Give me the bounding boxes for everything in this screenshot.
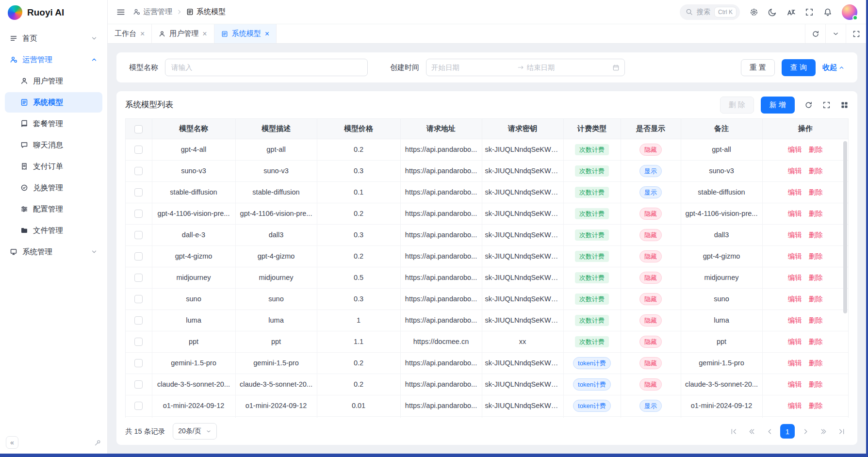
close-icon[interactable]: × bbox=[265, 30, 269, 38]
edit-link[interactable]: 编辑 bbox=[788, 380, 802, 388]
sidebar-item-exchange-mgmt[interactable]: 兑换管理 bbox=[5, 178, 102, 198]
filter-panel: 模型名称 创建时间 重 置 查 询 收起 bbox=[116, 52, 857, 82]
delete-link[interactable]: 删除 bbox=[809, 167, 823, 175]
close-icon[interactable]: × bbox=[140, 30, 145, 38]
close-icon[interactable]: × bbox=[202, 30, 207, 38]
delete-link[interactable]: 删除 bbox=[809, 252, 823, 260]
edit-link[interactable]: 编辑 bbox=[788, 359, 802, 367]
prev-page-button[interactable] bbox=[762, 424, 777, 439]
breadcrumb-item-operations[interactable]: 运营管理 bbox=[133, 7, 172, 16]
query-button[interactable]: 查 询 bbox=[782, 59, 816, 76]
language-translate-icon[interactable] bbox=[786, 8, 795, 16]
edit-link[interactable]: 编辑 bbox=[788, 167, 802, 175]
delete-link[interactable]: 删除 bbox=[809, 359, 823, 367]
tab-system-model[interactable]: 系统模型 × bbox=[214, 24, 277, 43]
user-avatar[interactable] bbox=[842, 4, 857, 20]
home-icon bbox=[10, 34, 17, 42]
refresh-icon[interactable] bbox=[805, 24, 825, 43]
edit-link[interactable]: 编辑 bbox=[788, 316, 802, 324]
calendar-icon[interactable] bbox=[612, 64, 620, 71]
delete-link[interactable]: 删除 bbox=[809, 338, 823, 345]
row-checkbox[interactable] bbox=[134, 295, 143, 303]
delete-link[interactable]: 删除 bbox=[809, 274, 823, 281]
current-page-button[interactable]: 1 bbox=[780, 424, 795, 439]
collapse-filter-link[interactable]: 收起 bbox=[822, 63, 845, 72]
add-button[interactable]: 新 增 bbox=[761, 97, 795, 114]
edit-link[interactable]: 编辑 bbox=[788, 252, 802, 260]
sidebar-item-operations[interactable]: 运营管理 bbox=[5, 49, 102, 70]
sidebar-item-user-mgmt[interactable]: 用户管理 bbox=[5, 71, 102, 91]
row-checkbox[interactable] bbox=[134, 210, 143, 218]
sidebar-item-system-mgmt[interactable]: 系统管理 bbox=[5, 242, 102, 262]
edit-link[interactable]: 编辑 bbox=[788, 338, 802, 345]
edit-link[interactable]: 编辑 bbox=[788, 274, 802, 281]
last-page-button[interactable] bbox=[834, 424, 849, 439]
chevron-down-icon[interactable] bbox=[825, 24, 846, 43]
tab-user-mgmt[interactable]: 用户管理 × bbox=[152, 24, 214, 43]
page-size-select[interactable]: 20条/页 bbox=[173, 423, 216, 440]
delete-link[interactable]: 删除 bbox=[809, 210, 823, 217]
maximize-icon[interactable] bbox=[846, 24, 866, 43]
row-checkbox[interactable] bbox=[134, 338, 143, 346]
pin-icon[interactable] bbox=[94, 439, 101, 446]
table-row: o1-mini-2024-09-12 o1-mini-2024-09-12 0.… bbox=[126, 395, 848, 416]
delete-link[interactable]: 删除 bbox=[809, 231, 823, 239]
jump-back-button[interactable] bbox=[744, 424, 759, 439]
model-name-input[interactable] bbox=[165, 59, 368, 76]
edit-link[interactable]: 编辑 bbox=[788, 188, 802, 196]
sidebar-item-payment-orders[interactable]: 支付订单 bbox=[5, 156, 102, 177]
fullscreen-icon[interactable] bbox=[805, 8, 814, 16]
sidebar-item-file-mgmt[interactable]: 文件管理 bbox=[5, 220, 102, 241]
breadcrumb-item-system-model[interactable]: 系统模型 bbox=[186, 7, 226, 16]
row-checkbox[interactable] bbox=[134, 167, 143, 175]
refresh-icon[interactable] bbox=[804, 101, 813, 109]
sidebar-collapse-button[interactable]: « bbox=[6, 436, 18, 449]
row-checkbox[interactable] bbox=[134, 359, 143, 367]
jump-forward-button[interactable] bbox=[816, 424, 831, 439]
first-page-button[interactable] bbox=[726, 424, 741, 439]
settings-gear-icon[interactable] bbox=[750, 8, 758, 16]
delete-link[interactable]: 删除 bbox=[809, 146, 823, 153]
delete-link[interactable]: 删除 bbox=[809, 316, 823, 324]
edit-link[interactable]: 编辑 bbox=[788, 210, 802, 217]
edit-link[interactable]: 编辑 bbox=[788, 295, 802, 303]
menu-toggle-button[interactable] bbox=[116, 8, 125, 16]
delete-link[interactable]: 删除 bbox=[809, 402, 823, 409]
visibility-tag: 隐藏 bbox=[639, 314, 662, 326]
sidebar-item-config-mgmt[interactable]: 配置管理 bbox=[5, 199, 102, 219]
column-settings-icon[interactable] bbox=[840, 101, 849, 109]
edit-link[interactable]: 编辑 bbox=[788, 231, 802, 239]
sidebar-item-home[interactable]: 首页 bbox=[5, 28, 102, 49]
create-time-range-picker[interactable] bbox=[426, 59, 625, 76]
reset-button[interactable]: 重 置 bbox=[741, 59, 775, 76]
row-checkbox[interactable] bbox=[134, 188, 143, 196]
row-checkbox[interactable] bbox=[134, 402, 143, 410]
global-search[interactable]: 搜索 Ctrl K bbox=[680, 4, 740, 20]
dark-mode-moon-icon[interactable] bbox=[768, 8, 777, 16]
sidebar-item-chat-messages[interactable]: 聊天消息 bbox=[5, 135, 102, 155]
row-checkbox[interactable] bbox=[134, 274, 143, 282]
edit-link[interactable]: 编辑 bbox=[788, 146, 802, 153]
delete-link[interactable]: 删除 bbox=[809, 188, 823, 196]
table-vertical-scrollbar[interactable] bbox=[843, 141, 847, 313]
sidebar-item-package-mgmt[interactable]: 套餐管理 bbox=[5, 114, 102, 134]
row-checkbox[interactable] bbox=[134, 316, 143, 325]
row-checkbox[interactable] bbox=[134, 252, 143, 261]
start-date-input[interactable] bbox=[431, 64, 514, 71]
row-checkbox[interactable] bbox=[134, 231, 143, 239]
batch-delete-button[interactable]: 删 除 bbox=[720, 97, 754, 114]
row-checkbox[interactable] bbox=[134, 380, 143, 389]
delete-link[interactable]: 删除 bbox=[809, 295, 823, 303]
edit-link[interactable]: 编辑 bbox=[788, 402, 802, 409]
row-checkbox[interactable] bbox=[134, 146, 143, 154]
expand-icon[interactable] bbox=[822, 101, 831, 109]
delete-link[interactable]: 删除 bbox=[809, 380, 823, 388]
notifications-bell-icon[interactable] bbox=[823, 8, 832, 16]
next-page-button[interactable] bbox=[798, 424, 813, 439]
end-date-input[interactable] bbox=[527, 64, 610, 71]
tab-workbench[interactable]: 工作台 × bbox=[108, 24, 152, 43]
sidebar-item-system-model[interactable]: 系统模型 bbox=[5, 92, 102, 113]
logo[interactable]: Ruoyi AI bbox=[0, 0, 107, 25]
select-all-checkbox[interactable] bbox=[134, 125, 143, 133]
table-row: luma luma 1 https://api.pandarobo... sk-… bbox=[126, 310, 848, 331]
